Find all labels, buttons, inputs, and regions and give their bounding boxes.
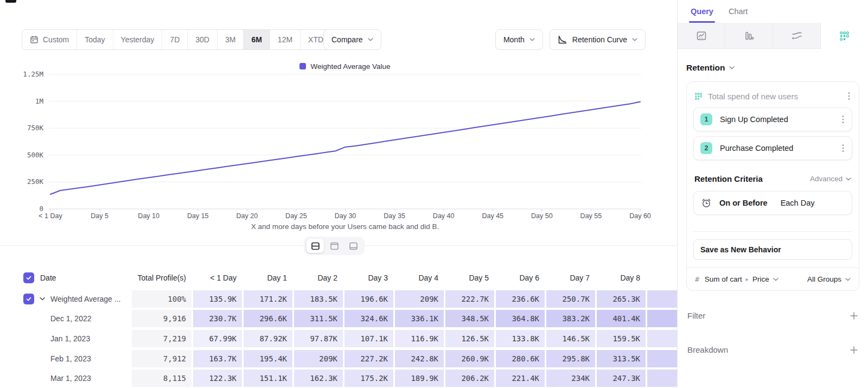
retention-cell[interactable]: 67.99K (193, 330, 242, 347)
retention-cell[interactable]: 234K (546, 370, 595, 387)
behavior-header[interactable]: Total spend of new users (693, 88, 852, 107)
retention-cell[interactable]: 126.5K (445, 330, 494, 347)
retention-cell-clipped[interactable] (647, 370, 677, 387)
retention-cell[interactable]: 260.9K (445, 350, 494, 367)
report-type-insights[interactable] (678, 23, 725, 49)
behavior-step-2[interactable]: 2 Purchase Completed (693, 136, 852, 160)
table-row-date[interactable]: Feb 1, 2023 (0, 350, 130, 367)
retention-cell-clipped[interactable] (647, 330, 677, 347)
kebab-menu-icon[interactable] (847, 91, 851, 101)
kebab-menu-icon[interactable] (841, 114, 845, 125)
advanced-dropdown[interactable]: Advanced (810, 175, 851, 183)
query-section-dropdown[interactable]: Retention (686, 63, 859, 73)
tab-query[interactable]: Query (691, 0, 713, 23)
retention-cell[interactable]: 196.6K (344, 290, 393, 308)
total-profiles-cell[interactable]: 7,912 (132, 350, 192, 367)
retention-cell[interactable]: 265.3K (597, 290, 646, 308)
retention-cell[interactable]: 122.3K (193, 370, 242, 387)
add-breakdown-button[interactable] (850, 346, 858, 354)
table-row-date[interactable]: Weighted Average ... (0, 290, 130, 308)
retention-cell[interactable]: 401.4K (597, 310, 646, 327)
retention-cell[interactable]: 221.4K (496, 370, 545, 387)
retention-cell[interactable]: 133.8K (496, 330, 545, 347)
range-option-7d[interactable]: 7D (162, 30, 188, 49)
granularity-dropdown[interactable]: Month (495, 29, 543, 50)
table-row-date[interactable]: Dec 1, 2022 (0, 310, 130, 327)
retention-cell[interactable]: 227.2K (344, 350, 393, 367)
group-dropdown[interactable]: All Groups (807, 275, 851, 283)
retention-cell[interactable]: 189.9K (395, 370, 444, 387)
behavior-step-1[interactable]: 1 Sign Up Completed (693, 107, 852, 131)
window-dropdown[interactable]: Each Day (781, 199, 815, 207)
retention-cell-clipped[interactable] (647, 290, 677, 308)
select-all-checkbox[interactable] (23, 272, 34, 283)
retention-cell[interactable]: 311.5K (294, 310, 343, 327)
range-option-custom[interactable]: Custom (22, 30, 77, 49)
retention-timing-row[interactable]: On or Before Each Day (693, 191, 852, 215)
retention-cell[interactable]: 313.5K (597, 350, 646, 367)
timing-dropdown[interactable]: On or Before (719, 199, 768, 207)
retention-cell[interactable]: 163.7K (193, 350, 242, 367)
report-type-funnels[interactable] (725, 23, 773, 49)
retention-cell[interactable]: 162.3K (294, 370, 343, 387)
retention-cell[interactable]: 295.8K (546, 350, 595, 367)
retention-cell[interactable]: 195.4K (244, 350, 292, 367)
chart-legend[interactable]: Weighted Average Value (49, 61, 641, 72)
retention-cell[interactable]: 280.6K (496, 350, 545, 367)
table-view-button[interactable] (344, 239, 362, 253)
expand-chevron-icon[interactable] (39, 297, 46, 301)
chart-view-button[interactable] (326, 239, 343, 253)
total-profiles-cell[interactable]: 100% (132, 290, 192, 308)
retention-cell[interactable]: 183.5K (294, 290, 343, 308)
chart-type-dropdown[interactable]: Retention Curve (550, 29, 646, 50)
kebab-menu-icon[interactable] (841, 143, 845, 154)
range-option-12m[interactable]: 12M (270, 30, 301, 49)
range-option-today[interactable]: Today (77, 30, 113, 49)
retention-cell[interactable]: 336.1K (395, 310, 444, 327)
retention-cell[interactable]: 247.3K (597, 370, 646, 387)
range-option-30d[interactable]: 30D (188, 30, 218, 49)
retention-cell[interactable]: 151.1K (244, 370, 292, 387)
measure-property-dropdown[interactable]: Sum of cart ▸ Price (705, 275, 778, 283)
retention-cell[interactable]: 296.6K (244, 310, 292, 327)
retention-cell[interactable]: 383.2K (546, 310, 595, 327)
report-type-retention[interactable] (820, 23, 868, 49)
row-checkbox[interactable] (23, 294, 34, 304)
retention-cell[interactable]: 209K (294, 350, 343, 367)
compare-button[interactable]: Compare (323, 29, 381, 50)
add-filter-button[interactable] (850, 311, 858, 320)
retention-cell[interactable]: 364.8K (496, 310, 545, 327)
retention-cell-clipped[interactable] (647, 350, 677, 367)
total-profiles-cell[interactable]: 9,916 (132, 310, 192, 327)
tab-chart[interactable]: Chart (729, 0, 748, 23)
retention-cell[interactable]: 236.6K (496, 290, 545, 308)
split-view-button[interactable] (307, 239, 324, 253)
total-profiles-cell[interactable]: 7,219 (132, 330, 192, 347)
retention-curve-line[interactable] (50, 102, 640, 194)
retention-cell[interactable]: 97.87K (294, 330, 343, 347)
retention-cell[interactable]: 250.7K (546, 290, 595, 308)
retention-cell[interactable]: 348.5K (445, 310, 494, 327)
range-option-yesterday[interactable]: Yesterday (113, 30, 163, 49)
retention-cell[interactable]: 171.2K (244, 290, 292, 308)
retention-cell[interactable]: 116.9K (395, 330, 444, 347)
retention-cell[interactable]: 159.5K (597, 330, 646, 347)
range-option-3m[interactable]: 3M (218, 30, 244, 49)
retention-cell[interactable]: 209K (395, 290, 444, 308)
retention-cell[interactable]: 146.5K (546, 330, 595, 347)
retention-cell[interactable]: 206.2K (445, 370, 494, 387)
range-option-6m[interactable]: 6M (244, 30, 270, 49)
retention-cell[interactable]: 175.2K (344, 370, 393, 387)
report-type-flows[interactable] (773, 23, 820, 49)
retention-cell-clipped[interactable] (647, 310, 677, 327)
retention-cell[interactable]: 135.9K (193, 290, 242, 308)
table-row-date[interactable]: Mar 1, 2023 (0, 370, 130, 387)
retention-cell[interactable]: 87.92K (244, 330, 292, 347)
retention-cell[interactable]: 230.7K (193, 310, 242, 327)
table-row-date[interactable]: Jan 1, 2023 (0, 330, 130, 347)
save-as-new-behavior-button[interactable]: Save as New Behavior (693, 239, 852, 260)
total-profiles-cell[interactable]: 8,115 (132, 370, 192, 387)
retention-cell[interactable]: 222.7K (445, 290, 494, 308)
retention-cell[interactable]: 242.8K (395, 350, 444, 367)
retention-line-chart[interactable] (0, 71, 677, 217)
